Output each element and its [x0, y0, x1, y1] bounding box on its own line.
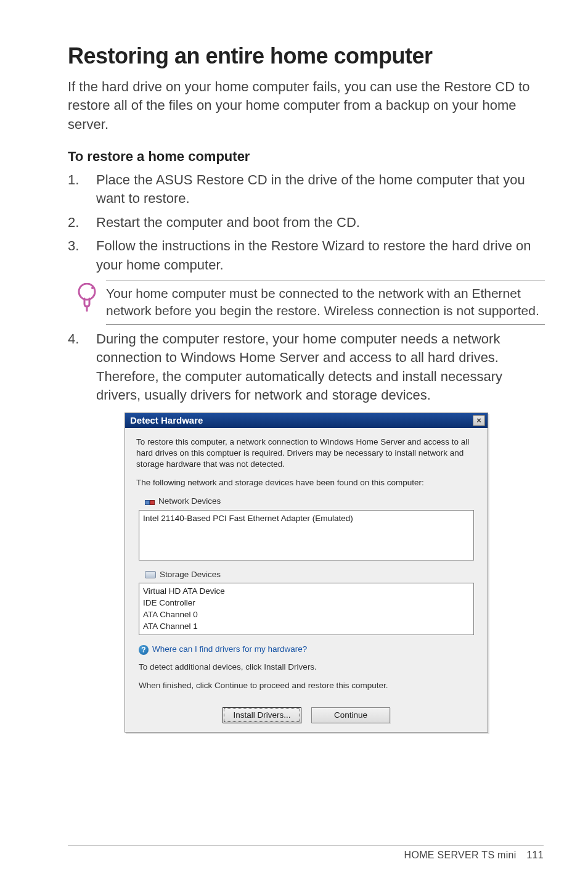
svg-point-1: [91, 287, 94, 289]
tip-bulb-icon: [76, 283, 97, 315]
step-3: Follow the instructions in the Restore W…: [68, 237, 545, 274]
page-title: Restoring an entire home computer: [68, 43, 545, 69]
close-button[interactable]: ×: [473, 415, 485, 426]
dialog-button-row: Install Drivers... Continue: [136, 699, 476, 723]
dialog-titlebar: Detect Hardware ×: [125, 413, 488, 428]
list-item: ATA Channel 1: [143, 621, 470, 633]
list-item: ATA Channel 0: [143, 609, 470, 621]
dialog-paragraph-1: To restore this computer, a network conn…: [136, 437, 476, 470]
list-item: Virtual HD ATA Device: [143, 586, 470, 598]
network-icon: [145, 498, 155, 506]
network-devices-label: Network Devices: [145, 496, 476, 507]
page-footer: HOME SERVER TS mini 111: [68, 845, 544, 861]
network-devices-text: Network Devices: [158, 496, 221, 507]
step-2: Restart the computer and boot from the C…: [68, 213, 545, 232]
help-link-text: Where can I find drivers for my hardware…: [152, 644, 307, 655]
steps-list-cont: During the computer restore, your home c…: [68, 330, 545, 405]
storage-devices-label: Storage Devices: [145, 569, 476, 580]
dialog-title: Detect Hardware: [130, 415, 203, 425]
list-item: IDE Controller: [143, 598, 470, 609]
steps-list: Place the ASUS Restore CD in the drive o…: [68, 171, 545, 274]
svg-point-0: [79, 284, 95, 300]
step-1: Place the ASUS Restore CD in the drive o…: [68, 171, 545, 208]
instruction-1: To detect additional devices, click Inst…: [139, 662, 476, 673]
drive-icon: [145, 571, 156, 578]
intro-paragraph: If the hard drive on your home computer …: [68, 78, 545, 134]
dialog-paragraph-2: The following network and storage device…: [136, 477, 476, 488]
list-item: Intel 21140-Based PCI Fast Ethernet Adap…: [143, 513, 470, 525]
subheading: To restore a home computer: [68, 149, 545, 165]
network-devices-list[interactable]: Intel 21140-Based PCI Fast Ethernet Adap…: [139, 510, 474, 561]
note-callout: Your home computer must be connected to …: [76, 281, 545, 325]
note-text: Your home computer must be connected to …: [106, 285, 545, 319]
storage-devices-text: Storage Devices: [160, 569, 221, 580]
footer-page-number: 111: [526, 850, 544, 860]
dialog-body: To restore this computer, a network conn…: [125, 428, 488, 733]
instruction-2: When finished, click Continue to proceed…: [139, 680, 476, 691]
storage-devices-list[interactable]: Virtual HD ATA Device IDE Controller ATA…: [139, 583, 474, 636]
footer-product: HOME SERVER TS mini: [404, 850, 517, 860]
install-drivers-button[interactable]: Install Drivers...: [223, 707, 301, 723]
help-icon: ?: [139, 645, 149, 655]
continue-button[interactable]: Continue: [311, 707, 390, 723]
detect-hardware-dialog: Detect Hardware × To restore this comput…: [125, 413, 488, 733]
help-link[interactable]: ? Where can I find drivers for my hardwa…: [139, 644, 476, 655]
step-4: During the computer restore, your home c…: [68, 330, 545, 405]
